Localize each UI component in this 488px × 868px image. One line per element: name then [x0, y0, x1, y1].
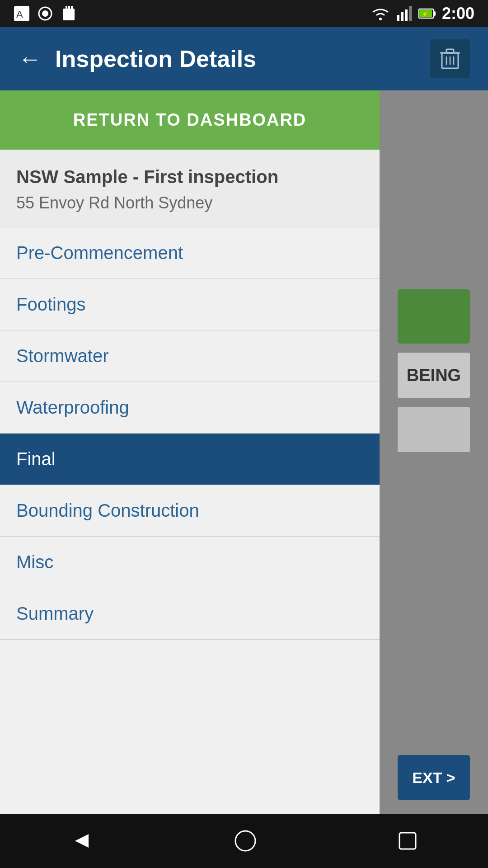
svg-rect-19 — [446, 49, 454, 53]
menu-item-summary[interactable]: Summary — [0, 588, 380, 640]
menu-item-bounding-construction[interactable]: Bounding Construction — [0, 485, 380, 537]
menu-item-stormwater[interactable]: Stormwater — [0, 330, 380, 382]
inspection-address: 55 Envoy Rd North Sydney — [16, 193, 363, 212]
svg-rect-9 — [397, 15, 399, 21]
inspection-info: NSW Sample - First inspection 55 Envoy R… — [0, 150, 380, 227]
menu-item-waterproofing[interactable]: Waterproofing — [0, 382, 380, 434]
svg-point-8 — [379, 18, 382, 20]
circle-record-icon — [37, 5, 53, 22]
menu-list: Pre-CommencementFootingsStormwaterWaterp… — [0, 227, 380, 640]
status-icons-right: ⚡ 2:00 — [371, 4, 474, 23]
menu-item-label: Footings — [16, 294, 85, 314]
svg-rect-5 — [66, 6, 67, 10]
app-header: ← Inspection Details — [0, 27, 488, 90]
nav-back-button[interactable] — [70, 830, 93, 852]
menu-item-label: Bounding Construction — [16, 500, 199, 520]
return-dashboard-label: RETURN TO DASHBOARD — [73, 110, 307, 129]
sd-card-icon — [61, 5, 77, 22]
menu-item-label: Final — [16, 449, 56, 469]
right-being-label: BEING — [398, 353, 470, 398]
menu-item-label: Waterproofing — [16, 397, 129, 417]
svg-text:⚡: ⚡ — [422, 10, 428, 17]
inspection-name: NSW Sample - First inspection — [16, 167, 363, 187]
battery-icon: ⚡ — [418, 7, 436, 20]
menu-item-label: Misc — [16, 552, 53, 572]
menu-item-misc[interactable]: Misc — [0, 537, 380, 588]
return-dashboard-button[interactable]: RETURN TO DASHBOARD — [0, 90, 380, 150]
svg-text:A: A — [16, 9, 23, 20]
right-panel: BEING EXT > — [380, 90, 488, 814]
delete-button[interactable] — [430, 39, 470, 78]
svg-rect-25 — [399, 833, 416, 849]
nav-bar — [0, 814, 488, 868]
svg-point-3 — [42, 10, 48, 17]
menu-item-label: Summary — [16, 604, 94, 623]
status-icons-left: A — [14, 5, 77, 22]
menu-item-pre-commencement[interactable]: Pre-Commencement — [0, 227, 380, 279]
menu-item-footings[interactable]: Footings — [0, 279, 380, 330]
svg-rect-6 — [68, 6, 70, 10]
menu-item-label: Pre-Commencement — [16, 243, 183, 263]
wifi-icon — [371, 6, 390, 21]
status-time: 2:00 — [442, 4, 474, 23]
menu-item-final[interactable]: Final — [0, 434, 380, 485]
svg-rect-12 — [409, 6, 412, 21]
back-button[interactable]: ← — [18, 47, 42, 71]
signal-icon — [397, 6, 412, 21]
right-grey-box — [398, 407, 470, 452]
svg-point-24 — [235, 831, 255, 851]
page-title: Inspection Details — [55, 45, 256, 72]
app-icon: A — [14, 5, 30, 22]
right-green-button — [398, 289, 470, 344]
right-next-button[interactable]: EXT > — [398, 755, 470, 800]
menu-item-label: Stormwater — [16, 346, 109, 366]
svg-marker-23 — [75, 834, 89, 848]
svg-rect-7 — [71, 6, 73, 10]
nav-home-button[interactable] — [234, 830, 257, 852]
svg-rect-10 — [401, 12, 404, 21]
main-panel: RETURN TO DASHBOARD NSW Sample - First i… — [0, 90, 380, 814]
svg-rect-14 — [434, 11, 436, 16]
nav-recent-button[interactable] — [398, 831, 418, 851]
status-bar: A — [0, 0, 488, 27]
svg-rect-11 — [405, 9, 408, 21]
